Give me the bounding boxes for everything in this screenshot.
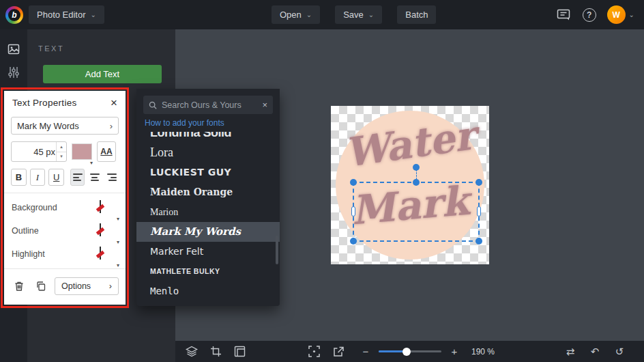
zoom-out-button[interactable]: − <box>359 344 372 359</box>
resize-handle-bottom-right[interactable] <box>475 238 482 245</box>
options-label: Options <box>61 281 91 291</box>
props-footer-row: Options › <box>4 272 126 295</box>
alignment-group <box>70 169 119 186</box>
edit-sliders-icon[interactable] <box>0 61 27 84</box>
app-logo-icon[interactable]: b <box>5 6 23 24</box>
swatch-caret-icon[interactable]: ▾ <box>117 262 119 268</box>
italic-button[interactable]: I <box>30 169 46 186</box>
outline-swatch[interactable]: ▾ <box>100 224 118 238</box>
help-button[interactable]: ? <box>583 8 596 22</box>
stepper-down-icon[interactable]: ▾ <box>57 152 66 162</box>
app-menu-button[interactable]: Photo Editor ⌄ <box>29 5 104 24</box>
trash-icon <box>14 281 25 292</box>
align-center-button[interactable] <box>87 169 102 186</box>
align-center-icon <box>90 173 100 181</box>
open-button[interactable]: Open ⌄ <box>272 5 320 24</box>
font-size-input[interactable] <box>12 142 55 161</box>
background-row: Background ▾ <box>4 196 126 219</box>
resize-handle-bottom-left[interactable] <box>350 238 357 245</box>
options-button[interactable]: Options › <box>55 277 119 295</box>
font-list-item[interactable]: Maiden Orange <box>136 182 280 202</box>
rotation-connector-line <box>416 169 417 180</box>
font-search-box[interactable]: × <box>143 96 273 114</box>
chat-bubble-icon <box>557 9 570 21</box>
crop-button[interactable] <box>209 344 222 359</box>
text-properties-panel: Text Properties × Mark My Words › ▴ ▾ ▾ <box>4 91 126 305</box>
outline-row: Outline ▾ <box>4 219 126 242</box>
photo-editor-app: Water Mark TEXT Add Text Text P <box>0 0 644 362</box>
duplicate-icon <box>35 281 46 292</box>
bottom-right-tools: ⇄ ↶ ↺ <box>564 341 626 362</box>
font-list-item[interactable]: Lora <box>136 143 280 163</box>
layers-button[interactable] <box>185 344 199 359</box>
full-view-button[interactable] <box>332 344 345 359</box>
stepper-up-icon[interactable]: ▴ <box>57 142 66 152</box>
canvas-image[interactable]: Water Mark <box>331 106 489 264</box>
account-menu[interactable]: W ⌄ <box>607 5 634 24</box>
none-swatch-icon <box>100 200 101 213</box>
font-search-input[interactable] <box>162 100 257 110</box>
avatar[interactable]: W <box>607 5 626 24</box>
image-manager-icon[interactable] <box>0 38 27 61</box>
align-left-button[interactable] <box>70 169 85 186</box>
add-fonts-link[interactable]: How to add your fonts <box>145 118 272 128</box>
font-list-item[interactable]: Marion <box>136 202 280 222</box>
logo-letter: b <box>5 6 23 24</box>
none-swatch-icon <box>100 223 101 236</box>
zoom-control: − + 190 % <box>359 344 495 359</box>
swatch-caret-icon[interactable]: ▾ <box>117 216 119 222</box>
close-icon[interactable]: × <box>111 97 117 109</box>
text-properties-title: Text Properties <box>12 98 77 108</box>
resize-handle-top-left[interactable] <box>350 179 357 186</box>
chevron-down-icon: ⌄ <box>306 11 312 18</box>
clear-search-icon[interactable]: × <box>262 100 267 110</box>
resize-handle-mid-right[interactable] <box>477 206 481 217</box>
zoom-in-button[interactable]: + <box>448 344 461 359</box>
letter-case-button[interactable]: AA <box>97 141 116 162</box>
text-selection-box[interactable] <box>353 182 480 242</box>
font-list-item[interactable]: Menlo <box>136 281 280 297</box>
font-size-spinner[interactable]: ▴ ▾ <box>11 141 67 162</box>
highlight-swatch[interactable]: ▾ <box>100 247 118 262</box>
undo-button[interactable]: ↶ <box>588 344 602 359</box>
fit-to-screen-button[interactable] <box>307 344 321 359</box>
history-button[interactable]: ↺ <box>613 344 626 359</box>
zoom-slider-knob[interactable] <box>402 348 411 356</box>
resize-handle-top-right[interactable] <box>475 179 482 186</box>
text-color-swatch[interactable]: ▾ <box>72 143 92 160</box>
chevron-down-icon: ⌄ <box>91 11 96 18</box>
font-list-item[interactable]: Mark My Words <box>136 222 280 242</box>
delete-text-button[interactable] <box>11 278 27 294</box>
none-swatch-icon <box>100 247 101 260</box>
background-label: Background <box>12 203 57 212</box>
swatch-caret-icon[interactable]: ▾ <box>117 239 119 245</box>
top-left-group: b Photo Editor ⌄ <box>5 5 104 24</box>
compare-button[interactable]: ⇄ <box>564 344 577 359</box>
resize-handle-mid-left[interactable] <box>351 206 355 217</box>
batch-button[interactable]: Batch <box>397 5 436 24</box>
top-center-group: Open ⌄ Save ⌄ Batch <box>272 5 436 24</box>
current-font-name: Mark My Words <box>17 121 79 131</box>
font-family-selector[interactable]: Mark My Words › <box>11 117 119 135</box>
background-swatch[interactable]: ▾ <box>100 201 118 215</box>
font-list-item[interactable]: MATHLETE BULKY <box>136 262 280 281</box>
resize-handle-top-center[interactable] <box>413 179 420 186</box>
bold-button[interactable]: B <box>11 169 27 186</box>
duplicate-text-button[interactable] <box>33 278 49 294</box>
font-list-item[interactable]: Londrina Solid <box>136 132 280 143</box>
feedback-button[interactable] <box>555 7 572 23</box>
scrollbar-thumb[interactable] <box>276 236 278 264</box>
font-list-item[interactable]: Marker Felt <box>136 242 280 262</box>
swatch-caret-icon[interactable]: ▾ <box>90 160 93 166</box>
rotation-handle[interactable] <box>413 164 420 171</box>
add-text-button[interactable]: Add Text <box>43 65 162 83</box>
zoom-slider[interactable] <box>379 350 441 352</box>
top-right-group: ? W ⌄ <box>555 0 634 29</box>
canvas-frame-button[interactable] <box>233 344 246 359</box>
font-list-item[interactable]: LUCKIEST GUY <box>136 163 280 182</box>
save-button[interactable]: Save ⌄ <box>335 5 382 24</box>
align-right-button[interactable] <box>104 169 119 186</box>
underline-button[interactable]: U <box>48 169 64 186</box>
font-size-steppers[interactable]: ▴ ▾ <box>56 142 66 161</box>
align-right-icon <box>107 173 117 181</box>
